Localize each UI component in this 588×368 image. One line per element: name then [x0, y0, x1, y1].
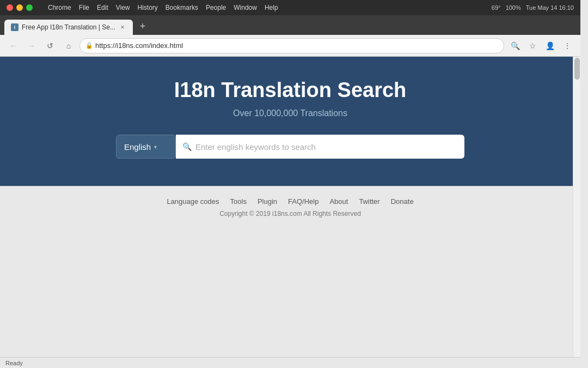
footer-link-plugin[interactable]: Plugin [258, 197, 277, 206]
nav-action-buttons: 🔍 ☆ 👤 ⋮ [507, 38, 575, 53]
menu-view[interactable]: View [116, 4, 130, 11]
navigation-bar: ← → ↺ ⌂ 🔒 https://i18ns.com/index.html 🔍… [0, 35, 580, 57]
footer-link-tools[interactable]: Tools [230, 197, 247, 206]
tab-title: Free App I18n Translation | Se... [22, 23, 115, 31]
maximize-window-button[interactable] [26, 4, 33, 11]
hero-subtitle: Over 10,000,000 Translations [233, 108, 347, 118]
search-row: English ▾ 🔍 [116, 135, 464, 159]
more-options-button[interactable]: ⋮ [560, 38, 575, 53]
menu-window[interactable]: Window [234, 4, 257, 11]
tab-close-button[interactable]: × [119, 23, 126, 31]
search-icon: 🔍 [182, 142, 192, 151]
forward-button[interactable]: → [24, 38, 39, 53]
footer-copyright: Copyright © 2019 i18ns.com All Rights Re… [219, 210, 361, 218]
scrollbar[interactable] [573, 57, 580, 357]
close-window-button[interactable] [7, 4, 13, 11]
menu-history[interactable]: History [138, 4, 158, 11]
menu-chrome[interactable]: Chrome [48, 4, 71, 11]
menu-people[interactable]: People [206, 4, 226, 11]
footer-link-faq[interactable]: FAQ/Help [288, 197, 318, 206]
page-content: I18n Translation Search Over 10,000,000 … [0, 57, 580, 228]
home-button[interactable]: ⌂ [61, 38, 76, 53]
menu-edit[interactable]: Edit [97, 4, 108, 11]
title-bar: Chrome File Edit View History Bookmarks … [0, 0, 580, 15]
status-bar: Ready [0, 357, 580, 368]
back-button[interactable]: ← [5, 38, 21, 53]
scrollbar-thumb[interactable] [574, 58, 580, 80]
menu-bookmarks[interactable]: Bookmarks [166, 4, 198, 11]
url-display: https://i18ns.com/index.html [95, 41, 183, 50]
bookmark-button[interactable]: ☆ [525, 38, 540, 53]
tab-bar: i Free App I18n Translation | Se... × + [0, 15, 580, 35]
footer-links: Language codes Tools Plugin FAQ/Help Abo… [167, 197, 413, 206]
menu-help[interactable]: Help [265, 4, 278, 11]
profile-button[interactable]: 👤 [542, 38, 558, 53]
new-tab-button[interactable]: + [135, 19, 150, 34]
footer-link-donate[interactable]: Donate [391, 197, 414, 206]
active-tab[interactable]: i Free App I18n Translation | Se... × [4, 20, 133, 35]
language-select[interactable]: English ▾ [116, 135, 176, 159]
system-status: 69° 100% Tue May 14 16:10 [492, 4, 574, 11]
search-button[interactable]: 🔍 [507, 38, 523, 53]
refresh-button[interactable]: ↺ [42, 38, 58, 53]
browser-chrome: Chrome File Edit View History Bookmarks … [0, 0, 580, 57]
footer-link-about[interactable]: About [329, 197, 348, 206]
address-bar[interactable]: 🔒 https://i18ns.com/index.html [79, 38, 504, 53]
traffic-lights [7, 4, 33, 11]
tab-favicon: i [11, 23, 19, 31]
search-wrapper: 🔍 [176, 135, 464, 159]
status-label: Ready [5, 360, 23, 366]
menu-file[interactable]: File [79, 4, 89, 11]
footer-link-language-codes[interactable]: Language codes [167, 197, 219, 206]
page-title: I18n Translation Search [174, 79, 407, 102]
language-label: English [124, 142, 151, 152]
hero-section: I18n Translation Search Over 10,000,000 … [0, 57, 580, 186]
title-bar-status: 69° 100% Tue May 14 16:10 [492, 4, 574, 11]
footer: Language codes Tools Plugin FAQ/Help Abo… [0, 186, 580, 228]
lock-icon: 🔒 [85, 42, 93, 49]
search-input[interactable] [176, 135, 464, 159]
footer-link-twitter[interactable]: Twitter [359, 197, 379, 206]
menu-bar: Chrome File Edit View History Bookmarks … [48, 4, 278, 11]
chevron-down-icon: ▾ [154, 144, 157, 150]
minimize-window-button[interactable] [16, 4, 23, 11]
